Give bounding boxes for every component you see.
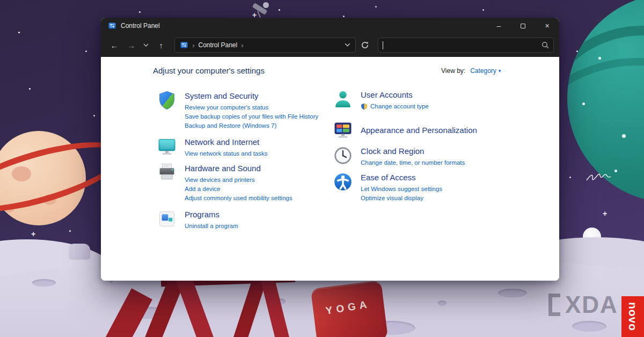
up-button[interactable]: ↑ xyxy=(153,37,169,53)
close-icon: × xyxy=(545,21,549,30)
control-panel-content: Adjust your computer's settings View by:… xyxy=(101,57,559,281)
task-link[interactable]: Uninstall a program xyxy=(185,222,238,231)
yoga-box: YOGA xyxy=(311,280,388,337)
clock-region-icon[interactable] xyxy=(333,145,353,166)
task-link[interactable]: Add a device xyxy=(185,185,292,194)
task-link[interactable]: Review your computer's status xyxy=(185,103,318,112)
category-title-link[interactable]: Appearance and Personalization xyxy=(361,125,477,136)
task-link[interactable]: Backup and Restore (Windows 7) xyxy=(185,121,318,130)
category-network-and-internet: Network and Internet View network status… xyxy=(157,136,330,158)
maximize-icon xyxy=(521,24,525,28)
breadcrumb-separator: › xyxy=(241,41,243,49)
category-title-link[interactable]: System and Security xyxy=(185,91,318,101)
search-icon[interactable] xyxy=(541,41,549,49)
text-cursor xyxy=(383,41,383,49)
sparkle-icon xyxy=(31,230,35,238)
category-title-link[interactable]: Clock and Region xyxy=(361,146,465,157)
appearance-personalization-icon[interactable] xyxy=(333,121,353,141)
refresh-button[interactable] xyxy=(357,37,373,53)
lenovo-text: novo xyxy=(626,302,639,331)
xda-text: XDA xyxy=(565,293,618,317)
lenovo-badge: novo xyxy=(621,296,644,337)
category-title-link[interactable]: Ease of Access xyxy=(361,172,442,183)
programs-icon[interactable] xyxy=(157,209,177,229)
sparkle-icon xyxy=(603,209,607,218)
category-column-left: System and Security Review your computer… xyxy=(157,90,330,231)
back-icon: ← xyxy=(110,41,118,50)
category-system-and-security: System and Security Review your computer… xyxy=(157,90,330,130)
ease-of-access-icon[interactable] xyxy=(333,172,353,192)
uac-shield-icon xyxy=(361,103,368,110)
window-controls: – × xyxy=(487,18,559,34)
task-link[interactable]: Change account type xyxy=(370,102,429,111)
crater xyxy=(32,279,56,287)
system-security-icon[interactable] xyxy=(157,90,177,111)
task-link[interactable]: Let Windows suggest settings xyxy=(361,185,442,194)
address-bar[interactable]: › Control Panel › xyxy=(174,38,356,53)
xda-watermark: XDA xyxy=(548,293,618,317)
xda-logo-icon xyxy=(548,294,560,316)
category-title-link[interactable]: User Accounts xyxy=(361,90,429,100)
control-panel-window: Control Panel – × ← → xyxy=(101,18,559,281)
window-titlebar[interactable]: Control Panel – × xyxy=(101,18,559,34)
up-icon: ↑ xyxy=(159,41,163,50)
recent-pages-button[interactable] xyxy=(141,37,152,53)
category-programs: Programs Uninstall a program xyxy=(157,209,330,231)
crater xyxy=(438,301,447,306)
close-button[interactable]: × xyxy=(535,18,559,34)
navigation-bar: ← → ↑ xyxy=(101,34,559,57)
category-hardware-and-sound: Hardware and Sound View devices and prin… xyxy=(157,163,330,203)
task-link[interactable]: Save backup copies of your files with Fi… xyxy=(185,112,318,121)
category-appearance-personalization: Appearance and Personalization xyxy=(333,121,521,141)
chevron-down-icon: ▾ xyxy=(499,68,501,74)
task-link[interactable]: View devices and printers xyxy=(185,175,292,185)
back-button[interactable]: ← xyxy=(106,37,122,53)
chevron-down-icon xyxy=(143,43,149,47)
task-link[interactable]: Adjust commonly used mobility settings xyxy=(185,194,292,203)
refresh-icon xyxy=(361,41,369,49)
breadcrumb-location[interactable]: Control Panel xyxy=(198,41,237,49)
search-input[interactable] xyxy=(384,41,541,49)
view-by-dropdown[interactable]: Category ▾ xyxy=(470,67,501,75)
desktop-background: YOGA XDA novo Control Panel – xyxy=(0,0,644,337)
category-title-link[interactable]: Network and Internet xyxy=(185,137,267,148)
task-link[interactable]: View network status and tasks xyxy=(185,149,267,158)
user-accounts-icon[interactable] xyxy=(333,89,353,109)
task-link[interactable]: Optimize visual display xyxy=(361,194,442,203)
breadcrumb-separator: › xyxy=(192,41,194,49)
task-link[interactable]: Change date, time, or number formats xyxy=(361,158,465,167)
window-title: Control Panel xyxy=(121,22,160,30)
signature-squiggle xyxy=(585,171,617,185)
category-title-link[interactable]: Hardware and Sound xyxy=(185,163,292,174)
category-column-right: User Accounts Change account type xyxy=(333,89,521,203)
crater xyxy=(498,289,527,297)
chevron-down-icon xyxy=(345,43,350,47)
hardware-sound-icon[interactable] xyxy=(157,163,177,183)
crater xyxy=(572,321,606,332)
maximize-button[interactable] xyxy=(511,18,535,34)
control-panel-icon xyxy=(180,41,188,49)
view-by-control: View by: Category ▾ xyxy=(441,67,501,75)
category-ease-of-access: Ease of Access Let Windows suggest setti… xyxy=(333,172,521,203)
network-internet-icon[interactable] xyxy=(157,136,177,157)
stars xyxy=(0,0,1,1)
category-user-accounts: User Accounts Change account type xyxy=(333,89,521,111)
minimize-button[interactable]: – xyxy=(487,18,511,34)
page-title: Adjust your computer's settings xyxy=(153,66,265,75)
category-title-link[interactable]: Programs xyxy=(185,209,238,220)
view-by-value: Category xyxy=(470,67,496,75)
satellite-dome xyxy=(263,2,269,8)
search-box[interactable] xyxy=(378,38,554,53)
view-by-label: View by: xyxy=(441,67,465,75)
forward-button[interactable]: → xyxy=(123,37,140,53)
yoga-label: YOGA xyxy=(325,298,376,337)
control-panel-icon xyxy=(108,21,116,30)
minimize-icon: – xyxy=(497,21,501,30)
category-clock-and-region: Clock and Region Change date, time, or n… xyxy=(333,145,521,167)
forward-icon: → xyxy=(127,41,135,50)
address-dropdown-button[interactable] xyxy=(345,43,350,47)
moon-rock xyxy=(69,244,90,260)
